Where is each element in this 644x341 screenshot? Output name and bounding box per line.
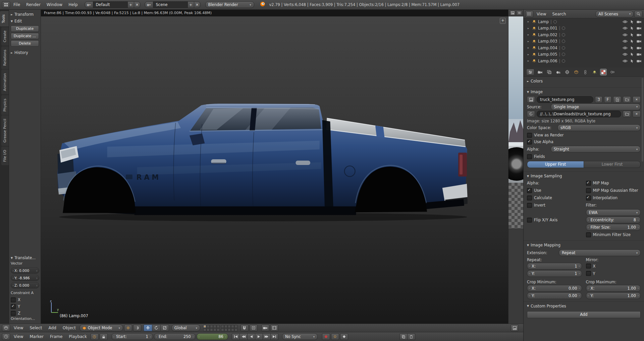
layer-cell[interactable]	[221, 325, 224, 328]
checkbox-box[interactable]	[11, 304, 16, 309]
layer-cell[interactable]	[228, 328, 231, 331]
lower-first-button[interactable]: Lower First	[584, 161, 641, 168]
visibility-eye-icon[interactable]	[623, 59, 628, 63]
outliner-item-lamp-002[interactable]: ▸ Lamp.002 |	[524, 32, 644, 38]
source-dropdown[interactable]: Single Image	[551, 104, 641, 110]
screen-layout-browse-button[interactable]: ▦▾	[85, 1, 93, 8]
layer-cell[interactable]	[203, 325, 206, 328]
checkbox-box[interactable]	[527, 203, 532, 208]
eccentricity-field[interactable]: Eccentricity:8	[586, 217, 641, 223]
crop-min-x-field[interactable]: X:0.00	[527, 285, 582, 292]
selectability-cursor-icon[interactable]	[631, 52, 634, 56]
sync-mode-dropdown[interactable]: No Sync	[282, 333, 318, 340]
screen-layout-add-button[interactable]: +	[128, 1, 134, 8]
expand-arrow-icon[interactable]: ▸	[528, 27, 530, 30]
current-frame-field[interactable]: 86	[197, 333, 228, 340]
properties-editor-type-button[interactable]	[526, 69, 534, 75]
interpolation-checkbox[interactable]: Interpolation	[586, 194, 641, 201]
visibility-eye-icon[interactable]	[623, 20, 628, 23]
selectability-cursor-icon[interactable]	[631, 26, 634, 30]
checkbox-box[interactable]	[586, 264, 591, 269]
tab-render-icon[interactable]	[537, 69, 543, 75]
object-name[interactable]: Lamp.003	[538, 39, 557, 44]
visibility-eye-icon[interactable]	[623, 53, 628, 56]
image-editor-type-button[interactable]	[509, 10, 516, 16]
play-button[interactable]	[255, 333, 263, 340]
reload-image-button[interactable]	[527, 111, 535, 117]
layer-grid-left[interactable]	[203, 325, 220, 331]
outliner-item-lamp-004[interactable]: ▸ Lamp.004 |	[524, 45, 644, 51]
layers-widget[interactable]	[203, 325, 237, 331]
constraint-x-checkbox[interactable]: X	[11, 296, 39, 303]
fake-user-button[interactable]: F	[604, 96, 611, 103]
renderability-camera-icon[interactable]	[637, 20, 641, 23]
visibility-eye-icon[interactable]	[623, 40, 628, 43]
expand-arrow-icon[interactable]: ▸	[528, 33, 530, 36]
layer-cell[interactable]	[207, 328, 210, 331]
expand-arrow-icon[interactable]: ▸	[528, 40, 530, 43]
selectability-cursor-icon[interactable]	[631, 46, 634, 50]
layer-cell[interactable]	[234, 325, 237, 328]
upper-first-button[interactable]: Upper First	[527, 161, 584, 168]
preview-range-button[interactable]	[91, 333, 99, 340]
unlink-image-button[interactable]	[633, 96, 641, 103]
shelf-tab-physics[interactable]: Physics	[1, 95, 9, 115]
outliner-item-lamp-003[interactable]: ▸ Lamp.003 |	[524, 38, 644, 45]
shelf-tab-tools[interactable]: Tools	[0, 11, 9, 26]
new-image-button[interactable]	[613, 96, 621, 103]
image-name-field[interactable]: truck_texture.png	[537, 96, 593, 103]
operator-panel-header[interactable]: Translate...	[11, 254, 39, 261]
layer-cell[interactable]	[224, 325, 227, 328]
filter-dropdown[interactable]: EWA	[586, 209, 641, 216]
invert-checkbox[interactable]: Invert	[527, 202, 582, 209]
checkbox-box[interactable]	[586, 181, 591, 186]
repeat-y-field[interactable]: Y:1	[527, 270, 582, 277]
layer-cell[interactable]	[228, 325, 231, 328]
outliner-item-lamp[interactable]: ▸ Lamp |	[524, 18, 644, 25]
tl-menu-playback[interactable]: Playback	[66, 332, 90, 341]
object-name[interactable]: Lamp.001	[538, 26, 557, 31]
visibility-eye-icon[interactable]	[623, 46, 628, 50]
outliner-menu-search[interactable]: Search	[549, 10, 569, 18]
open-image-button[interactable]	[623, 96, 631, 103]
crop-min-y-field[interactable]: Y:0.00	[527, 292, 582, 299]
menu-render[interactable]: Render	[23, 0, 43, 9]
prev-keyframe-button[interactable]	[240, 333, 248, 340]
vp-menu-select[interactable]: Select	[27, 324, 45, 332]
repeat-x-field[interactable]: X:1	[527, 263, 582, 270]
custom-properties-header[interactable]: Custom Properties	[527, 302, 641, 310]
layer-cell[interactable]	[221, 328, 224, 331]
scale-manipulator-button[interactable]	[161, 325, 169, 331]
pivot-point-button[interactable]	[124, 325, 132, 331]
render-engine-dropdown[interactable]: Blender Render	[205, 1, 254, 8]
filter-size-field[interactable]: Filter Size:1.00	[586, 224, 641, 231]
constraint-z-checkbox[interactable]: Z	[11, 310, 39, 317]
calculate-checkbox[interactable]: Calculate	[527, 194, 582, 201]
colors-panel-header[interactable]: Colors	[527, 77, 641, 85]
renderability-camera-icon[interactable]	[637, 33, 641, 37]
checkbox-box[interactable]	[527, 133, 532, 138]
outliner-menu-view[interactable]: View	[534, 10, 549, 18]
rotate-manipulator-button[interactable]	[152, 325, 161, 331]
flip-xy-checkbox[interactable]: Flip X/Y Axis	[527, 217, 582, 223]
jump-to-end-button[interactable]	[271, 333, 278, 340]
minimum-filter-size-checkbox[interactable]: Minimum Filter Size	[586, 231, 641, 238]
scene-browse-button[interactable]: ▦▾	[145, 1, 153, 8]
crop-max-x-field[interactable]: X:1.00	[586, 285, 641, 292]
selectability-cursor-icon[interactable]	[631, 20, 634, 24]
layer-cell[interactable]	[231, 325, 234, 328]
opengl-render-button[interactable]	[261, 325, 269, 331]
lock-frame-button[interactable]	[100, 333, 108, 340]
fields-checkbox[interactable]: Fields	[527, 153, 641, 160]
layer-grid-right[interactable]	[221, 325, 237, 331]
checkbox-box[interactable]	[586, 271, 591, 276]
filepath-clear-button[interactable]	[633, 111, 641, 117]
layer-cell[interactable]	[234, 328, 237, 331]
menu-file[interactable]: File	[11, 0, 23, 9]
timeline-editor-type-button[interactable]	[2, 333, 10, 340]
outliner-search-button[interactable]	[634, 11, 642, 17]
opengl-render-anim-button[interactable]	[270, 325, 278, 331]
renderability-camera-icon[interactable]	[637, 40, 641, 43]
layer-cell[interactable]	[207, 325, 210, 328]
edit-panel-header[interactable]: Edit	[11, 18, 39, 24]
